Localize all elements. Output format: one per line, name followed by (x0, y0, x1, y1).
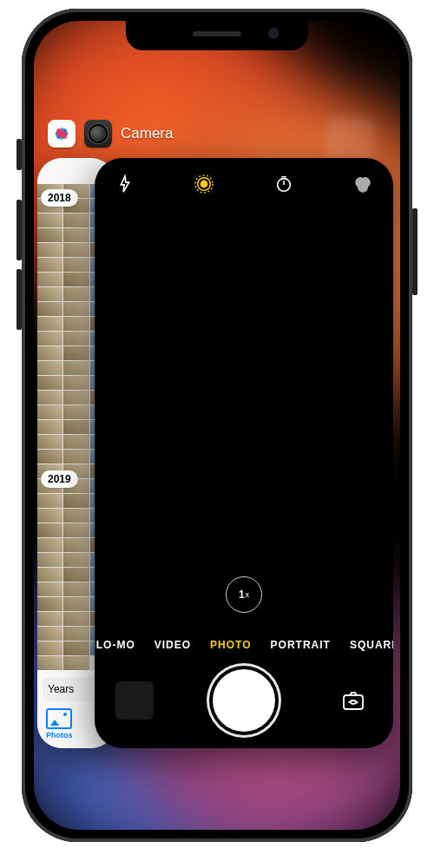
mode-option[interactable]: PORTRAIT (271, 639, 331, 651)
front-app-label: Camera (121, 125, 173, 142)
mode-option-selected[interactable]: PHOTO (210, 639, 251, 651)
svg-point-14 (358, 182, 367, 192)
camera-viewfinder[interactable] (95, 210, 393, 583)
mute-switch (16, 139, 22, 170)
flash-icon[interactable] (114, 173, 136, 195)
live-photo-icon[interactable] (193, 173, 215, 195)
photos-tab[interactable]: Photos (46, 708, 73, 740)
timer-icon[interactable] (273, 173, 295, 195)
volume-up-button (16, 200, 22, 260)
flip-camera-button[interactable] (334, 681, 372, 720)
screen: Camera 2018 2019 (34, 21, 400, 830)
camera-app-icon[interactable] (84, 120, 112, 148)
mode-option[interactable]: SLO-MO (95, 639, 135, 651)
year-badge: 2018 (41, 189, 78, 207)
photos-tab-icon (46, 708, 72, 729)
year-badge: 2019 (41, 470, 78, 488)
photos-app-icon[interactable] (48, 120, 76, 148)
iphone-frame: Camera 2018 2019 (22, 9, 412, 842)
zoom-suffix: x (246, 590, 250, 599)
camera-bottom-controls (95, 653, 393, 748)
notch (126, 21, 308, 50)
svg-rect-15 (344, 695, 363, 709)
shutter-button[interactable] (213, 669, 275, 732)
camera-top-controls (95, 158, 393, 210)
last-photo-thumbnail[interactable] (115, 681, 154, 720)
zoom-value: 1 (239, 589, 245, 601)
segment-label: Years (48, 683, 74, 695)
mode-option[interactable]: SQUARE (350, 639, 393, 651)
photos-tab-label: Photos (46, 731, 73, 740)
zoom-button[interactable]: 1x (226, 576, 262, 613)
side-button (412, 208, 418, 295)
volume-down-button (16, 269, 22, 330)
svg-point-8 (201, 181, 207, 187)
camera-mode-selector[interactable]: SLO-MO VIDEO PHOTO PORTRAIT SQUARE (95, 639, 393, 651)
app-card-camera[interactable]: 1x SLO-MO VIDEO PHOTO PORTRAIT SQUARE (95, 158, 393, 748)
filters-icon[interactable] (352, 173, 374, 195)
mode-option[interactable]: VIDEO (155, 639, 191, 651)
photos-flower-icon (52, 124, 71, 143)
camera-lens-icon (90, 126, 106, 141)
app-switcher-header: Camera (53, 116, 381, 151)
